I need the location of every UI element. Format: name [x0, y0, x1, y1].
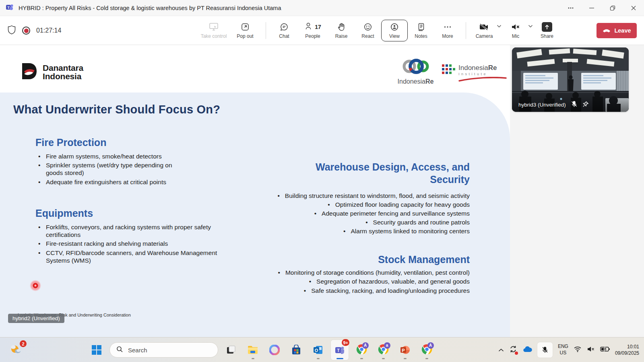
bullet-list: Monitoring of storage conditions (humidi… — [242, 269, 470, 294]
chrome-button-3[interactable]: A — [418, 340, 436, 360]
institute-name: Indonesia — [458, 64, 488, 72]
section-heading: Stock Management — [378, 253, 470, 266]
more-button[interactable]: More — [434, 20, 461, 41]
tray-mic-muted-icon[interactable] — [537, 342, 553, 358]
section-stock-management: Stock Management Monitoring of storage c… — [242, 253, 470, 296]
outlook-button[interactable]: O — [309, 340, 327, 360]
indonesia-re-name: Indonesia — [398, 78, 425, 85]
bullet-item: Sprinkler systems (wet/dry type dependin… — [35, 161, 175, 177]
danantara-logo-line2: Indonesia — [43, 72, 81, 81]
taskbar-search[interactable]: Search — [109, 342, 218, 358]
svg-text:T: T — [337, 348, 339, 353]
wifi-icon[interactable] — [574, 346, 582, 354]
minimize-button[interactable] — [581, 0, 602, 16]
svg-text:T: T — [7, 5, 10, 9]
camera-options-chevron-icon[interactable] — [497, 25, 502, 37]
raise-hand-button[interactable]: Raise — [328, 20, 355, 41]
notes-icon — [417, 22, 425, 32]
leave-button[interactable]: Leave — [597, 23, 637, 38]
laser-pointer-dot — [30, 280, 41, 291]
notes-button[interactable]: Notes — [408, 20, 434, 41]
mic-button[interactable]: Mic — [502, 20, 529, 41]
chrome-button-2[interactable]: a — [374, 340, 392, 360]
tray-clock[interactable]: 10:01 09/09/2025 — [615, 343, 639, 356]
view-button[interactable]: View — [381, 20, 408, 41]
bullet-item: Building structure resistant to windstor… — [242, 192, 470, 200]
copilot-button[interactable] — [266, 340, 283, 360]
chrome-profile-badge: a — [384, 342, 390, 349]
bullet-item: Forklifts, conveyors, and racking system… — [35, 223, 227, 239]
section-warehouse-design: Warehouse Design, Access, and Security B… — [242, 161, 470, 237]
meeting-stage: Danantara Indonesia IndonesiaRe — [0, 45, 644, 337]
toolbar-buttons: Take control Pop out Chat 17 P — [198, 16, 560, 45]
people-button[interactable]: 17 People — [297, 20, 328, 41]
people-count: 17 — [315, 24, 321, 30]
bullet-item: CCTV, RFID/barcode scanners, and Warehou… — [35, 249, 227, 264]
bullet-list: Building structure resistant to windstor… — [242, 192, 470, 235]
sync-alert-icon[interactable] — [509, 345, 517, 355]
chat-icon — [280, 22, 289, 32]
window-more-icon[interactable] — [560, 0, 581, 16]
indonesia-re-institute-logo: IndonesiaRe Institute — [442, 64, 507, 83]
more-icon — [443, 22, 452, 32]
search-placeholder: Search — [128, 347, 147, 354]
onedrive-icon[interactable] — [522, 346, 532, 354]
danantara-logo-icon — [20, 62, 39, 82]
chrome-button-1[interactable]: A — [353, 340, 370, 360]
close-button[interactable] — [623, 0, 644, 16]
participant-video-tile[interactable]: hybrid3 (Unverified) — [512, 47, 629, 112]
institute-suffix: Re — [488, 64, 497, 72]
teams-button[interactable]: T 9+ — [331, 340, 349, 360]
people-icon — [304, 22, 313, 32]
microsoft-store-button[interactable] — [287, 340, 305, 360]
start-button[interactable] — [88, 340, 105, 360]
react-button[interactable]: React — [355, 20, 381, 41]
tray-time: 10:01 — [615, 343, 639, 350]
pop-out-button[interactable]: Pop out — [229, 20, 261, 41]
battery-charging-icon[interactable] — [600, 346, 610, 354]
powerpoint-button[interactable]: P — [396, 340, 414, 360]
toolbar-separator — [266, 22, 266, 39]
share-button[interactable]: Share — [534, 20, 560, 41]
bullet-item: Segregation of hazardous, valuable, and … — [242, 278, 470, 285]
bullet-item: Adequate fire extinguishers at critical … — [35, 178, 175, 186]
section-heading: Fire Protection — [35, 137, 175, 148]
bullet-item: Monitoring of storage conditions (humidi… — [242, 269, 470, 276]
bullet-item: Security guards and routine patrols — [242, 218, 470, 226]
section-equipments: Equipments Forklifts, conveyors, and rac… — [35, 208, 227, 265]
language-indicator[interactable]: ENGUS — [558, 343, 568, 356]
take-control-icon — [209, 22, 219, 32]
tray-chevron-up-icon[interactable] — [498, 346, 504, 354]
toolbar-separator — [466, 22, 466, 39]
institute-grid-icon — [442, 64, 456, 77]
bullet-list: Forklifts, conveyors, and racking system… — [35, 223, 227, 264]
shared-presentation[interactable]: Danantara Indonesia IndonesiaRe — [0, 45, 510, 337]
chrome-profile-badge: A — [427, 342, 434, 349]
camera-button[interactable]: Camera — [471, 20, 497, 41]
section-fire-protection: Fire Protection Fire alarm systems, smok… — [35, 137, 175, 187]
mic-options-chevron-icon[interactable] — [528, 25, 533, 37]
restore-button[interactable] — [602, 0, 623, 16]
section-heading: Warehouse Design, Access, and Security — [289, 161, 470, 186]
powerpoint-letter: P — [402, 348, 405, 353]
task-view-button[interactable] — [222, 340, 240, 360]
speaker-muted-icon — [511, 22, 520, 32]
bullet-item: Optimized floor loading capacity for hea… — [242, 201, 470, 208]
tray-date: 09/09/2025 — [615, 350, 639, 356]
chat-button[interactable]: Chat — [271, 20, 297, 41]
windows-taskbar: 2 Search — [0, 337, 644, 362]
weather-widget[interactable]: 2 — [9, 343, 24, 357]
presenter-name-badge: hybrid2 (Unverified) — [8, 314, 64, 323]
indonesia-re-suffix: Re — [425, 78, 433, 85]
pop-out-icon — [241, 22, 250, 32]
institute-subtitle: Institute — [458, 72, 507, 76]
chrome-profile-badge: A — [362, 342, 369, 349]
volume-muted-icon[interactable] — [587, 346, 595, 354]
pin-icon[interactable] — [582, 101, 589, 109]
bullet-item: Safe stacking, racking, and loading/unlo… — [242, 287, 470, 294]
mic-muted-icon[interactable] — [571, 101, 578, 109]
window-controls — [560, 0, 644, 16]
danantara-logo: Danantara Indonesia — [20, 62, 83, 82]
file-explorer-button[interactable] — [244, 340, 262, 360]
hang-up-icon — [602, 27, 611, 34]
